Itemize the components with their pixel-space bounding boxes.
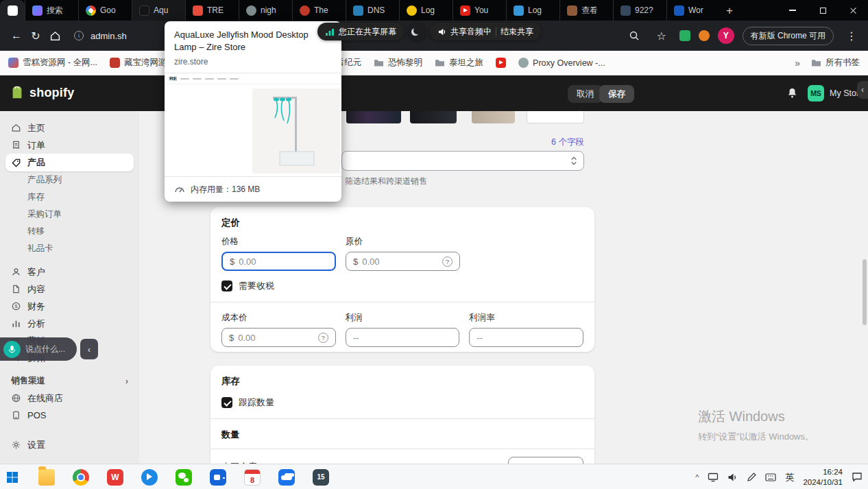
tab-you[interactable]: You <box>453 0 506 21</box>
cost-input[interactable] <box>238 333 313 343</box>
sidebar-item-purchase-orders[interactable]: 采购订单 <box>5 206 134 223</box>
product-media-thumbnail[interactable] <box>346 111 401 123</box>
category-fields-link[interactable]: 6 个字段 <box>516 136 584 148</box>
voice-collapse-button[interactable]: ‹ <box>80 339 98 359</box>
track-quantity-checkbox[interactable] <box>221 397 232 408</box>
tab-shopify-admin[interactable] <box>0 0 25 21</box>
meeting-floating-ball[interactable] <box>408 23 426 40</box>
taskbar-clock[interactable]: 16:24 2024/10/31 <box>803 467 843 487</box>
sidebar-section-sales-channels[interactable]: 销售渠道 › <box>5 372 134 390</box>
wechat-icon[interactable] <box>176 469 192 486</box>
chrome-update-chip[interactable]: 有新版 Chrome 可用 <box>743 27 834 45</box>
sidebar-item-finance[interactable]: $ 财务 <box>5 298 134 315</box>
tab-google[interactable]: Goo <box>78 0 132 21</box>
cloud-drive-icon[interactable] <box>278 469 295 486</box>
bookmark-star-icon[interactable]: ☆ <box>652 26 671 45</box>
profit-input[interactable] <box>353 333 453 343</box>
meeting-app-icon[interactable] <box>210 469 226 486</box>
sidebar-item-pos[interactable]: POS <box>5 407 134 424</box>
tab-tre[interactable]: TRE <box>185 0 239 21</box>
bookmark-xuegao[interactable]: 雪糕资源网 - 全网... <box>8 57 97 69</box>
sidebar-item-inventory[interactable]: 库存 <box>5 189 134 206</box>
bookmark-all-bookmarks[interactable]: 所有书签 <box>811 57 860 69</box>
tab-search[interactable]: 搜索 <box>25 0 78 21</box>
touch-keyboard-icon[interactable] <box>765 473 776 481</box>
sidebar-item-online-store[interactable]: 在线商店 <box>5 390 134 407</box>
file-explorer-icon[interactable] <box>38 469 55 486</box>
product-media-thumbnail[interactable] <box>472 111 515 123</box>
extension-orange-icon[interactable] <box>699 30 710 41</box>
add-media-tile[interactable] <box>527 111 584 123</box>
shopify-favicon-icon <box>8 5 18 16</box>
pen-icon[interactable] <box>747 473 756 482</box>
compare-price-input[interactable] <box>362 257 438 267</box>
bookmarks-overflow-icon[interactable]: » <box>795 58 799 69</box>
sidebar-item-gift-cards[interactable]: 礼品卡 <box>5 240 134 257</box>
wps-icon[interactable]: W <box>107 469 123 486</box>
product-media-thumbnail[interactable] <box>410 111 457 123</box>
sidebar-item-collections[interactable]: 产品系列 <box>5 171 134 189</box>
charge-tax-checkbox[interactable] <box>221 281 232 291</box>
tab-the[interactable]: The <box>292 0 346 21</box>
calendar-icon[interactable]: 8 <box>244 469 261 486</box>
cancel-button[interactable]: 取消 <box>568 85 603 103</box>
margin-input[interactable] <box>477 333 576 343</box>
app-badge-15-icon[interactable]: 15 <box>313 469 329 486</box>
tab-log-1[interactable]: Log <box>399 0 453 21</box>
store-menu[interactable]: MS My Store <box>808 85 864 102</box>
orders-icon <box>11 140 21 150</box>
page-scrollbar[interactable] <box>863 259 867 325</box>
price-input[interactable] <box>239 257 328 267</box>
tab-zire-store[interactable]: Aqu <box>132 0 185 21</box>
sidebar-item-customers[interactable]: 客户 <box>5 263 134 281</box>
back-button[interactable]: ← <box>7 26 26 45</box>
panel-collapse-button[interactable]: ‹ <box>857 81 868 99</box>
ime-indicator[interactable]: 英 <box>785 471 794 484</box>
minimize-button[interactable] <box>777 0 808 21</box>
sidebar-item-analytics[interactable]: 分析 <box>5 315 134 332</box>
sidebar-item-transfers[interactable]: 转移 <box>5 223 134 240</box>
notifications-bubble-icon[interactable] <box>852 472 863 482</box>
bookmark-folder-titan-quest[interactable]: 泰坦之旅 <box>435 57 483 69</box>
notifications-button[interactable] <box>786 86 799 100</box>
extension-green-icon[interactable] <box>679 30 690 41</box>
sidebar-item-content[interactable]: 内容 <box>5 281 134 298</box>
bookmark-proxy-overview[interactable]: Proxy Overview -... <box>518 58 605 68</box>
category-select[interactable] <box>341 151 584 171</box>
profile-avatar[interactable]: Y <box>718 27 734 44</box>
chrome-icon[interactable] <box>73 469 89 486</box>
sidebar-item-orders[interactable]: 订单 <box>5 136 134 154</box>
help-icon[interactable]: ? <box>442 257 453 267</box>
new-tab-button[interactable]: + <box>720 1 739 21</box>
tab-dns[interactable]: DNS <box>346 0 399 21</box>
display-icon[interactable] <box>708 473 719 482</box>
tab-night[interactable]: nigh <box>239 0 292 21</box>
bookmark-folder-grim-dawn[interactable]: 恐怖黎明 <box>374 57 422 69</box>
start-button[interactable] <box>4 469 21 486</box>
stop-share-button[interactable]: 结束共享 <box>501 26 533 38</box>
refresh-button[interactable]: ↻ <box>26 26 45 45</box>
thunder-app-icon[interactable] <box>141 469 158 486</box>
pos-icon <box>11 410 21 420</box>
tab-word[interactable]: Wor <box>666 0 720 21</box>
home-button[interactable] <box>45 26 64 45</box>
address-bar[interactable]: admin.sh <box>91 31 127 41</box>
site-info-icon[interactable]: i <box>74 31 84 40</box>
tab-922[interactable]: 922? <box>613 0 666 21</box>
browser-menu-icon[interactable]: ⋮ <box>842 26 861 45</box>
tab-log-2[interactable]: Log <box>506 0 559 21</box>
voice-input-pill[interactable]: 说点什么... <box>0 337 77 361</box>
sidebar-item-home[interactable]: 主页 <box>5 119 134 136</box>
help-icon[interactable]: ? <box>318 333 328 343</box>
bookmark-youtube[interactable] <box>496 58 506 68</box>
close-button[interactable] <box>838 0 868 21</box>
volume-icon[interactable] <box>727 473 738 482</box>
tray-expand-icon[interactable]: ^ <box>695 473 699 481</box>
tab-view[interactable]: 查看 <box>559 0 613 21</box>
sidebar-item-products[interactable]: 产品 <box>5 154 134 171</box>
zoom-icon[interactable] <box>625 26 644 45</box>
save-button[interactable]: 保存 <box>599 85 634 103</box>
windows-logo-icon <box>6 471 19 484</box>
maximize-button[interactable] <box>808 0 838 21</box>
sidebar-item-settings[interactable]: 设置 <box>5 436 134 453</box>
